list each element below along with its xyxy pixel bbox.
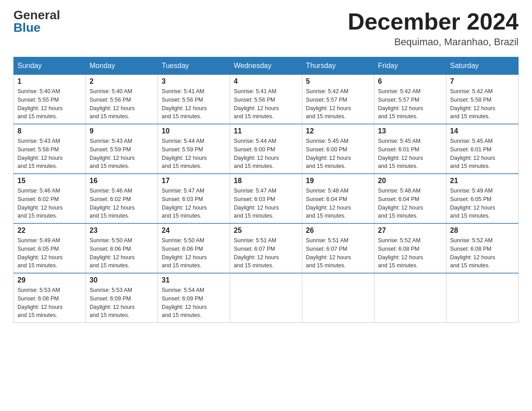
day-number: 24 [162, 227, 226, 235]
logo-general-text: General [13, 9, 60, 21]
calendar-week-row: 8Sunrise: 5:43 AMSunset: 5:58 PMDaylight… [14, 124, 519, 174]
calendar-day-cell [230, 273, 302, 323]
day-info: Sunrise: 5:52 AMSunset: 6:08 PMDaylight:… [378, 236, 442, 270]
day-number: 18 [234, 177, 298, 185]
title-section: December 2024 Bequimao, Maranhao, Brazil [348, 9, 519, 48]
day-info: Sunrise: 5:46 AMSunset: 6:02 PMDaylight:… [17, 187, 82, 220]
day-info: Sunrise: 5:45 AMSunset: 6:00 PMDaylight:… [306, 137, 370, 171]
calendar-day-cell: 19Sunrise: 5:48 AMSunset: 6:04 PMDayligh… [302, 174, 374, 223]
day-number: 25 [234, 227, 298, 235]
day-number: 29 [17, 276, 82, 284]
calendar-day-cell: 10Sunrise: 5:44 AMSunset: 5:59 PMDayligh… [158, 124, 230, 174]
calendar-week-row: 1Sunrise: 5:40 AMSunset: 5:55 PMDaylight… [14, 75, 519, 124]
calendar-week-row: 29Sunrise: 5:53 AMSunset: 6:08 PMDayligh… [14, 273, 519, 323]
calendar-day-cell: 25Sunrise: 5:51 AMSunset: 6:07 PMDayligh… [230, 223, 302, 273]
day-info: Sunrise: 5:50 AMSunset: 6:06 PMDaylight:… [90, 236, 154, 270]
calendar-day-cell: 16Sunrise: 5:46 AMSunset: 6:02 PMDayligh… [86, 174, 158, 223]
calendar-day-cell: 13Sunrise: 5:45 AMSunset: 6:01 PMDayligh… [374, 124, 446, 174]
day-number: 20 [378, 177, 442, 185]
day-number: 9 [90, 127, 154, 135]
calendar-day-cell: 28Sunrise: 5:52 AMSunset: 6:08 PMDayligh… [446, 223, 519, 273]
calendar-body: 1Sunrise: 5:40 AMSunset: 5:55 PMDaylight… [14, 75, 519, 323]
page-header: General Blue December 2024 Bequimao, Mar… [13, 9, 519, 48]
day-number: 22 [17, 227, 82, 235]
location-text: Bequimao, Maranhao, Brazil [348, 36, 519, 48]
day-number: 31 [162, 276, 226, 284]
calendar-week-row: 15Sunrise: 5:46 AMSunset: 6:02 PMDayligh… [14, 174, 519, 223]
calendar-day-cell: 11Sunrise: 5:44 AMSunset: 6:00 PMDayligh… [230, 124, 302, 174]
day-info: Sunrise: 5:50 AMSunset: 6:06 PMDaylight:… [162, 236, 226, 270]
day-number: 26 [306, 227, 370, 235]
day-number: 6 [378, 77, 442, 86]
calendar-day-cell: 9Sunrise: 5:43 AMSunset: 5:59 PMDaylight… [86, 124, 158, 174]
day-info: Sunrise: 5:45 AMSunset: 6:01 PMDaylight:… [378, 137, 442, 171]
day-number: 1 [17, 77, 82, 86]
calendar-day-cell [374, 273, 446, 323]
day-info: Sunrise: 5:47 AMSunset: 6:03 PMDaylight:… [234, 187, 298, 220]
day-info: Sunrise: 5:52 AMSunset: 6:08 PMDaylight:… [450, 236, 515, 270]
day-info: Sunrise: 5:40 AMSunset: 5:56 PMDaylight:… [90, 87, 154, 121]
day-info: Sunrise: 5:54 AMSunset: 6:09 PMDaylight:… [162, 286, 226, 320]
calendar-day-cell: 14Sunrise: 5:45 AMSunset: 6:01 PMDayligh… [446, 124, 519, 174]
calendar-day-cell: 17Sunrise: 5:47 AMSunset: 6:03 PMDayligh… [158, 174, 230, 223]
day-info: Sunrise: 5:49 AMSunset: 6:05 PMDaylight:… [17, 236, 82, 270]
day-of-week-header: Saturday [446, 57, 519, 75]
day-number: 15 [17, 177, 82, 185]
calendar-table: SundayMondayTuesdayWednesdayThursdayFrid… [13, 57, 519, 323]
day-info: Sunrise: 5:53 AMSunset: 6:08 PMDaylight:… [17, 286, 82, 320]
day-number: 23 [90, 227, 154, 235]
day-number: 11 [234, 127, 298, 135]
calendar-day-cell: 2Sunrise: 5:40 AMSunset: 5:56 PMDaylight… [86, 75, 158, 124]
day-of-week-header: Wednesday [230, 57, 302, 75]
day-number: 19 [306, 177, 370, 185]
calendar-day-cell: 5Sunrise: 5:42 AMSunset: 5:57 PMDaylight… [302, 75, 374, 124]
day-info: Sunrise: 5:51 AMSunset: 6:07 PMDaylight:… [234, 236, 298, 270]
day-info: Sunrise: 5:44 AMSunset: 5:59 PMDaylight:… [162, 137, 226, 171]
calendar-day-cell: 29Sunrise: 5:53 AMSunset: 6:08 PMDayligh… [14, 273, 86, 323]
day-info: Sunrise: 5:43 AMSunset: 5:59 PMDaylight:… [90, 137, 154, 171]
day-info: Sunrise: 5:42 AMSunset: 5:57 PMDaylight:… [306, 87, 370, 121]
day-info: Sunrise: 5:44 AMSunset: 6:00 PMDaylight:… [234, 137, 298, 171]
calendar-day-cell: 6Sunrise: 5:42 AMSunset: 5:57 PMDaylight… [374, 75, 446, 124]
logo: General Blue [13, 9, 60, 34]
day-number: 4 [234, 77, 298, 86]
calendar-header-row: SundayMondayTuesdayWednesdayThursdayFrid… [14, 57, 519, 75]
day-number: 7 [450, 77, 515, 86]
day-number: 21 [450, 177, 515, 185]
calendar-day-cell: 7Sunrise: 5:42 AMSunset: 5:58 PMDaylight… [446, 75, 519, 124]
day-of-week-header: Sunday [14, 57, 86, 75]
day-info: Sunrise: 5:45 AMSunset: 6:01 PMDaylight:… [450, 137, 515, 171]
day-of-week-header: Tuesday [158, 57, 230, 75]
day-number: 3 [162, 77, 226, 86]
day-number: 12 [306, 127, 370, 135]
calendar-day-cell: 21Sunrise: 5:49 AMSunset: 6:05 PMDayligh… [446, 174, 519, 223]
day-number: 10 [162, 127, 226, 135]
day-of-week-header: Thursday [302, 57, 374, 75]
calendar-day-cell: 26Sunrise: 5:51 AMSunset: 6:07 PMDayligh… [302, 223, 374, 273]
logo-blue-text: Blue [13, 21, 41, 34]
calendar-day-cell: 1Sunrise: 5:40 AMSunset: 5:55 PMDaylight… [14, 75, 86, 124]
day-number: 28 [450, 227, 515, 235]
day-of-week-header: Friday [374, 57, 446, 75]
day-number: 5 [306, 77, 370, 86]
calendar-day-cell: 30Sunrise: 5:53 AMSunset: 6:09 PMDayligh… [86, 273, 158, 323]
calendar-day-cell: 24Sunrise: 5:50 AMSunset: 6:06 PMDayligh… [158, 223, 230, 273]
day-info: Sunrise: 5:40 AMSunset: 5:55 PMDaylight:… [17, 87, 82, 121]
day-info: Sunrise: 5:47 AMSunset: 6:03 PMDaylight:… [162, 187, 226, 220]
day-info: Sunrise: 5:41 AMSunset: 5:56 PMDaylight:… [162, 87, 226, 121]
day-info: Sunrise: 5:48 AMSunset: 6:04 PMDaylight:… [378, 187, 442, 220]
month-title: December 2024 [348, 9, 519, 34]
calendar-day-cell: 22Sunrise: 5:49 AMSunset: 6:05 PMDayligh… [14, 223, 86, 273]
day-info: Sunrise: 5:46 AMSunset: 6:02 PMDaylight:… [90, 187, 154, 220]
day-number: 17 [162, 177, 226, 185]
day-number: 16 [90, 177, 154, 185]
calendar-day-cell: 8Sunrise: 5:43 AMSunset: 5:58 PMDaylight… [14, 124, 86, 174]
day-info: Sunrise: 5:42 AMSunset: 5:58 PMDaylight:… [450, 87, 515, 121]
calendar-day-cell: 20Sunrise: 5:48 AMSunset: 6:04 PMDayligh… [374, 174, 446, 223]
day-of-week-header: Monday [86, 57, 158, 75]
day-info: Sunrise: 5:43 AMSunset: 5:58 PMDaylight:… [17, 137, 82, 171]
day-number: 13 [378, 127, 442, 135]
calendar-day-cell [302, 273, 374, 323]
calendar-day-cell: 18Sunrise: 5:47 AMSunset: 6:03 PMDayligh… [230, 174, 302, 223]
day-number: 27 [378, 227, 442, 235]
